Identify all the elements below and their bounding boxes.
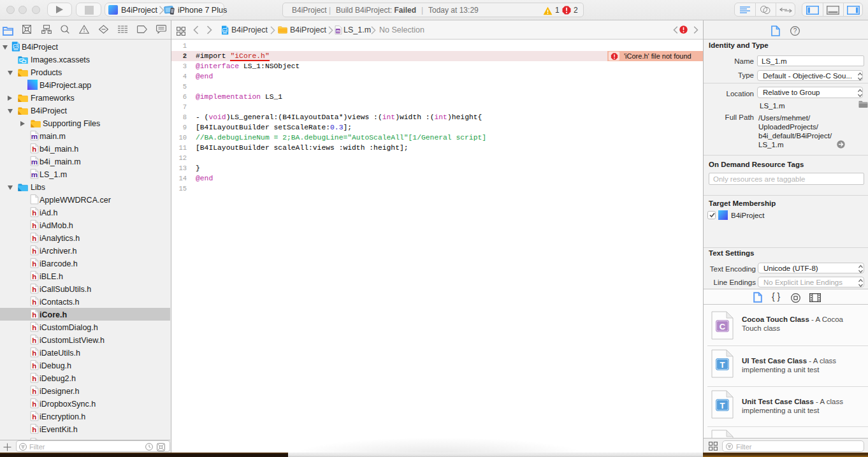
svg-text:h: h (32, 311, 36, 319)
svg-text:h: h (32, 400, 36, 408)
svg-text:h: h (32, 247, 36, 255)
svg-text:h: h (32, 209, 36, 217)
svg-text:C: C (720, 322, 726, 331)
svg-text:h: h (32, 426, 36, 433)
svg-text:h: h (32, 337, 36, 344)
svg-text:h: h (32, 235, 36, 242)
svg-text:m: m (31, 133, 38, 140)
svg-text:h: h (32, 349, 36, 357)
svg-text:h: h (32, 222, 36, 229)
svg-text:h: h (32, 375, 36, 382)
svg-text:T: T (720, 360, 725, 370)
svg-text:h: h (32, 324, 36, 331)
svg-text:h: h (32, 413, 36, 421)
svg-text:h: h (32, 388, 36, 395)
svg-text:m: m (31, 158, 38, 166)
svg-text:m: m (336, 29, 340, 33)
svg-text:h: h (32, 273, 36, 280)
svg-text:h: h (32, 298, 36, 306)
svg-text:h: h (32, 286, 36, 293)
svg-text:m: m (31, 171, 38, 178)
svg-text:h: h (32, 260, 36, 268)
svg-text:T: T (720, 400, 725, 410)
svg-text:h: h (32, 362, 36, 370)
svg-text:h: h (32, 145, 36, 153)
